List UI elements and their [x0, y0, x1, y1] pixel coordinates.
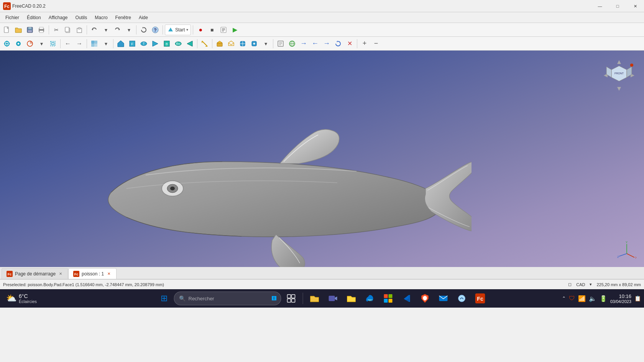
cut-button[interactable]: ✂ — [51, 25, 62, 35]
tab-start[interactable]: Fc Page de démarrage ✕ — [2, 268, 68, 279]
svg-marker-86 — [335, 296, 337, 300]
menu-fenetre[interactable]: Fenêtre — [112, 13, 135, 22]
tray-battery[interactable]: 🔋 — [600, 295, 607, 302]
next-page-button[interactable]: → — [298, 38, 309, 49]
edit-macro-button[interactable] — [218, 25, 229, 35]
tray-notification[interactable]: 📋 — [634, 295, 641, 301]
task-view-button[interactable] — [283, 290, 300, 307]
taskbar-mail-button[interactable] — [435, 290, 452, 307]
taskbar-edge-button[interactable] — [361, 290, 378, 307]
menu-fichier[interactable]: Fichier — [2, 13, 23, 22]
part-tool3[interactable] — [237, 38, 248, 49]
undo-button[interactable] — [89, 25, 100, 35]
stop-web-button[interactable]: ✕ — [344, 38, 355, 49]
measure-button[interactable] — [199, 38, 210, 49]
print-button[interactable] — [36, 25, 47, 35]
sep-v2-6 — [273, 39, 273, 48]
part-tool4[interactable] — [249, 38, 260, 49]
run-macro-button[interactable]: ▶ — [230, 25, 240, 35]
prev-page-button[interactable]: ← — [310, 38, 320, 49]
zoom-out-button[interactable]: − — [371, 38, 381, 49]
close-button[interactable]: ✕ — [626, 0, 644, 12]
menu-affichage[interactable]: Affichage — [45, 13, 72, 22]
views-dropdown-arrow[interactable]: ▾ — [100, 38, 111, 49]
menu-aide[interactable]: Aide — [135, 13, 152, 22]
menu-edition[interactable]: Édition — [23, 13, 45, 22]
taskbar-files-button[interactable] — [306, 290, 323, 307]
svg-text:Y: Y — [626, 241, 628, 244]
separator2 — [87, 25, 87, 34]
status-unit-dropdown[interactable]: ▾ — [590, 282, 592, 287]
tab-poisson-close[interactable]: ✕ — [106, 271, 112, 276]
menubar: Fichier Édition Affichage Outils Macro F… — [0, 12, 644, 23]
back-button[interactable]: ← — [62, 38, 73, 49]
search-box[interactable]: 🔍 Rechercher 🅱 — [174, 292, 281, 305]
globe-button[interactable] — [287, 38, 297, 49]
start-button[interactable]: ⊞ — [156, 290, 172, 307]
draw-style-dropdown[interactable]: ▾ — [36, 38, 47, 49]
taskbar-paint-button[interactable] — [453, 290, 470, 307]
svg-rect-81 — [288, 295, 291, 298]
tab-poisson[interactable]: Fc poisson : 1 ✕ — [68, 268, 117, 279]
open-button[interactable] — [13, 25, 24, 35]
save-button[interactable] — [25, 25, 35, 35]
part-tool4-dropdown[interactable]: ▾ — [260, 38, 271, 49]
menu-macro[interactable]: Macro — [91, 13, 111, 22]
record-button[interactable]: ● — [195, 25, 206, 35]
refresh-web-button[interactable] — [333, 38, 343, 49]
sep-v2-2 — [87, 39, 87, 48]
minimize-button[interactable]: — — [591, 0, 609, 12]
redo-dropdown[interactable]: ▾ — [123, 25, 134, 35]
zoom-in-button[interactable]: + — [359, 38, 370, 49]
forward-button[interactable]: → — [74, 38, 85, 49]
view-back[interactable]: B — [161, 38, 172, 49]
taskbar-brave-button[interactable] — [417, 290, 434, 307]
svg-rect-7 — [39, 27, 43, 29]
svg-point-70 — [630, 64, 633, 67]
tray-sound[interactable]: 🔈 — [589, 295, 596, 302]
menu-outils[interactable]: Outils — [72, 13, 91, 22]
fwd-page-button[interactable]: → — [321, 38, 332, 49]
tray-clock[interactable]: 10:16 03/04/2023 — [610, 293, 631, 304]
status-unit[interactable]: CAD — [576, 282, 585, 287]
bounding-box-button[interactable] — [48, 38, 58, 49]
paste-button[interactable] — [74, 25, 85, 35]
copy-button[interactable] — [62, 25, 73, 35]
new-button[interactable] — [2, 25, 12, 35]
undo-dropdown[interactable]: ▾ — [100, 25, 111, 35]
tray-security[interactable]: 🛡 — [569, 295, 575, 302]
weather-widget[interactable]: ⛅ 6°C Éclaircies — [3, 293, 40, 304]
refresh-button[interactable] — [138, 25, 149, 35]
3d-viewport[interactable]: FRONT X Y Z — [0, 51, 644, 267]
tray-wifi[interactable]: 📶 — [578, 295, 586, 302]
view-home[interactable] — [115, 38, 126, 49]
view-bottom[interactable]: Bo — [173, 38, 184, 49]
views-dropdown[interactable] — [89, 38, 100, 49]
workbench-selector[interactable]: Start ▾ — [165, 25, 191, 35]
nav-cube[interactable]: FRONT — [602, 58, 636, 93]
fit-all-button[interactable] — [2, 38, 12, 49]
view-top[interactable]: T — [138, 38, 149, 49]
part-tool2[interactable] — [226, 38, 237, 49]
redo-button[interactable] — [112, 25, 123, 35]
draw-style-button[interactable] — [25, 38, 35, 49]
taskbar-explorer-button[interactable] — [343, 290, 360, 307]
taskbar-freecad-button[interactable]: Fc — [472, 290, 489, 307]
taskbar-store-button[interactable] — [380, 290, 397, 307]
svg-marker-37 — [153, 41, 158, 46]
view-left[interactable] — [184, 38, 195, 49]
tab-start-close[interactable]: ✕ — [58, 271, 63, 276]
fit-selection-button[interactable] — [13, 38, 24, 49]
svg-text:X: X — [635, 256, 636, 259]
svg-rect-28 — [52, 43, 54, 45]
stop-button[interactable]: ■ — [207, 25, 217, 35]
view-right[interactable] — [150, 38, 161, 49]
tray-chevron[interactable]: ⌃ — [562, 296, 566, 301]
page-button[interactable] — [275, 38, 286, 49]
help-button[interactable]: ? — [150, 25, 161, 35]
view-front[interactable]: F — [127, 38, 138, 49]
part-tool1[interactable] — [214, 38, 225, 49]
maximize-button[interactable]: □ — [609, 0, 626, 12]
taskbar-vscode-button[interactable] — [398, 290, 415, 307]
taskbar-meet-button[interactable] — [325, 290, 342, 307]
